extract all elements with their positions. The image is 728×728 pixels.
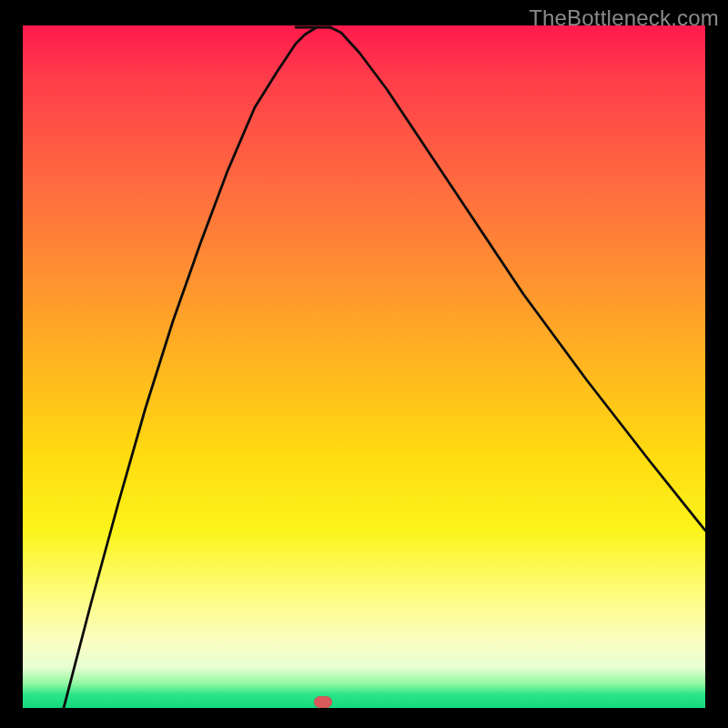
- optimal-marker: [314, 696, 332, 708]
- curve-right-branch: [330, 27, 705, 531]
- watermark-text: TheBottleneck.com: [529, 5, 719, 31]
- curve-left-branch: [64, 27, 317, 708]
- chart-frame: TheBottleneck.com: [0, 0, 728, 728]
- plot-area: [23, 25, 705, 708]
- bottleneck-curve: [23, 25, 705, 708]
